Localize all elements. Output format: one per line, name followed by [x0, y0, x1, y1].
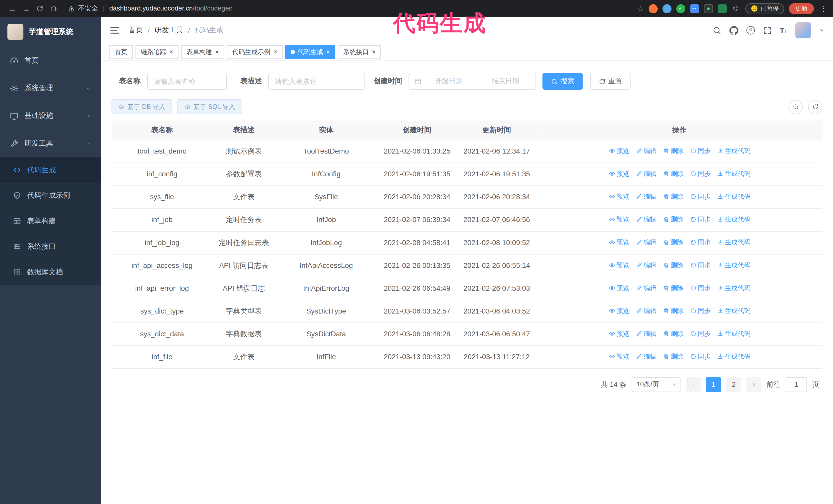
action-generate-code[interactable]: 生成代码	[717, 260, 751, 270]
action-edit[interactable]: 编辑	[636, 168, 657, 179]
sidebar-item-home[interactable]: 首页	[0, 47, 101, 74]
action-preview[interactable]: 预览	[609, 351, 629, 361]
action-edit[interactable]: 编辑	[636, 283, 657, 293]
action-preview[interactable]: 预览	[609, 283, 629, 293]
tab-close-icon[interactable]: ×	[169, 49, 173, 55]
action-generate-code[interactable]: 生成代码	[717, 283, 751, 293]
security-chip[interactable]: 不安全	[68, 4, 98, 13]
action-generate-code[interactable]: 生成代码	[717, 328, 751, 339]
extension-icon[interactable]	[662, 4, 671, 13]
extension-icon[interactable]	[717, 4, 727, 13]
action-delete[interactable]: 删除	[663, 351, 684, 361]
browser-menu-icon[interactable]: ⋮	[820, 4, 828, 13]
action-edit[interactable]: 编辑	[636, 328, 657, 339]
reload-button[interactable]	[33, 2, 47, 15]
tab-home[interactable]: 首页	[110, 45, 133, 59]
breadcrumb-home[interactable]: 首页	[129, 25, 143, 35]
action-sync[interactable]: 同步	[690, 145, 711, 156]
action-preview[interactable]: 预览	[609, 168, 629, 179]
action-preview[interactable]: 预览	[609, 214, 629, 224]
github-icon[interactable]	[730, 26, 738, 35]
action-delete[interactable]: 删除	[663, 328, 684, 339]
action-sync[interactable]: 同步	[690, 351, 711, 361]
action-delete[interactable]: 删除	[663, 214, 684, 224]
action-delete[interactable]: 删除	[663, 260, 684, 270]
action-sync[interactable]: 同步	[690, 305, 711, 316]
sidebar-item-system-api[interactable]: 系统接口	[0, 234, 101, 259]
create-time-range-picker[interactable]: 开始日期 - 结束日期	[408, 73, 536, 90]
action-preview[interactable]: 预览	[609, 328, 629, 339]
extensions-puzzle-icon[interactable]	[731, 4, 740, 13]
tab-close-icon[interactable]: ×	[215, 49, 219, 55]
forward-button[interactable]: →	[19, 2, 33, 15]
action-generate-code[interactable]: 生成代码	[717, 305, 751, 316]
tab-system-api[interactable]: 系统接口×	[338, 45, 381, 59]
sidebar-item-form-builder[interactable]: 表单构建	[0, 208, 101, 234]
table-name-input[interactable]	[147, 73, 227, 90]
tab-codegen[interactable]: 代码生成×	[285, 45, 335, 59]
next-page-button[interactable]: ›	[746, 377, 761, 392]
action-preview[interactable]: 预览	[609, 260, 629, 270]
home-button[interactable]	[47, 2, 61, 15]
refresh-table-button[interactable]	[808, 100, 823, 114]
action-delete[interactable]: 删除	[663, 145, 684, 156]
action-edit[interactable]: 编辑	[636, 351, 657, 361]
collapse-sidebar-icon[interactable]	[110, 25, 120, 35]
goto-page-input[interactable]	[786, 377, 807, 392]
action-sync[interactable]: 同步	[690, 191, 711, 201]
search-button[interactable]: 搜索	[542, 73, 583, 90]
action-sync[interactable]: 同步	[690, 237, 711, 247]
table-desc-input[interactable]	[268, 73, 365, 90]
tab-close-icon[interactable]: ×	[326, 49, 330, 55]
action-generate-code[interactable]: 生成代码	[717, 168, 751, 179]
action-sync[interactable]: 同步	[690, 260, 711, 270]
action-sync[interactable]: 同步	[690, 328, 711, 339]
sidebar-item-infrastructure[interactable]: 基础设施	[0, 102, 101, 130]
avatar-dropdown-caret-icon[interactable]	[819, 28, 825, 33]
tab-codegen-example[interactable]: 代码生成示例×	[227, 45, 283, 59]
tab-close-icon[interactable]: ×	[274, 49, 278, 55]
page-button-1[interactable]: 1	[706, 377, 721, 392]
back-button[interactable]: ←	[5, 2, 19, 15]
action-delete[interactable]: 删除	[663, 168, 684, 179]
search-icon[interactable]	[712, 26, 721, 35]
action-preview[interactable]: 预览	[609, 237, 629, 247]
prev-page-button[interactable]: ‹	[686, 377, 701, 392]
sidebar-item-dev-tools[interactable]: 研发工具	[0, 130, 101, 158]
import-db-button[interactable]: 基于 DB 导入	[112, 99, 172, 114]
action-generate-code[interactable]: 生成代码	[717, 351, 751, 361]
action-edit[interactable]: 编辑	[636, 237, 657, 247]
action-delete[interactable]: 删除	[663, 283, 684, 293]
action-delete[interactable]: 删除	[663, 237, 684, 247]
action-preview[interactable]: 预览	[609, 191, 629, 201]
action-delete[interactable]: 删除	[663, 305, 684, 316]
import-sql-button[interactable]: 基于 SQL 导入	[177, 99, 242, 114]
tab-close-icon[interactable]: ×	[372, 49, 376, 55]
paused-badge[interactable]: 已暂停	[745, 3, 784, 14]
sidebar-item-codegen[interactable]: 代码生成	[0, 158, 101, 183]
bookmark-star-icon[interactable]: ☆	[637, 4, 644, 13]
action-delete[interactable]: 删除	[663, 191, 684, 201]
action-sync[interactable]: 同步	[690, 168, 711, 179]
reset-button[interactable]: 重置	[590, 73, 631, 90]
fullscreen-icon[interactable]	[763, 26, 772, 35]
font-size-icon[interactable]: TT	[780, 26, 787, 34]
page-button-2[interactable]: 2	[726, 377, 741, 392]
tab-form-builder[interactable]: 表单构建×	[181, 45, 224, 59]
action-sync[interactable]: 同步	[690, 214, 711, 224]
action-generate-code[interactable]: 生成代码	[717, 145, 751, 156]
action-sync[interactable]: 同步	[690, 283, 711, 293]
tab-trace[interactable]: 链路追踪×	[136, 45, 178, 59]
extension-icon[interactable]	[704, 4, 713, 13]
extension-icon[interactable]	[648, 4, 658, 13]
action-edit[interactable]: 编辑	[636, 214, 657, 224]
sidebar-item-system-management[interactable]: 系统管理	[0, 74, 101, 102]
sidebar-item-db-docs[interactable]: 数据库文档	[0, 259, 101, 285]
app-logo[interactable]: 芋道管理系统	[0, 17, 101, 47]
update-button[interactable]: 更新	[789, 3, 814, 14]
action-generate-code[interactable]: 生成代码	[717, 191, 751, 201]
action-preview[interactable]: 预览	[609, 145, 629, 156]
action-edit[interactable]: 编辑	[636, 145, 657, 156]
help-icon[interactable]: ?	[746, 26, 755, 34]
action-edit[interactable]: 编辑	[636, 191, 657, 201]
